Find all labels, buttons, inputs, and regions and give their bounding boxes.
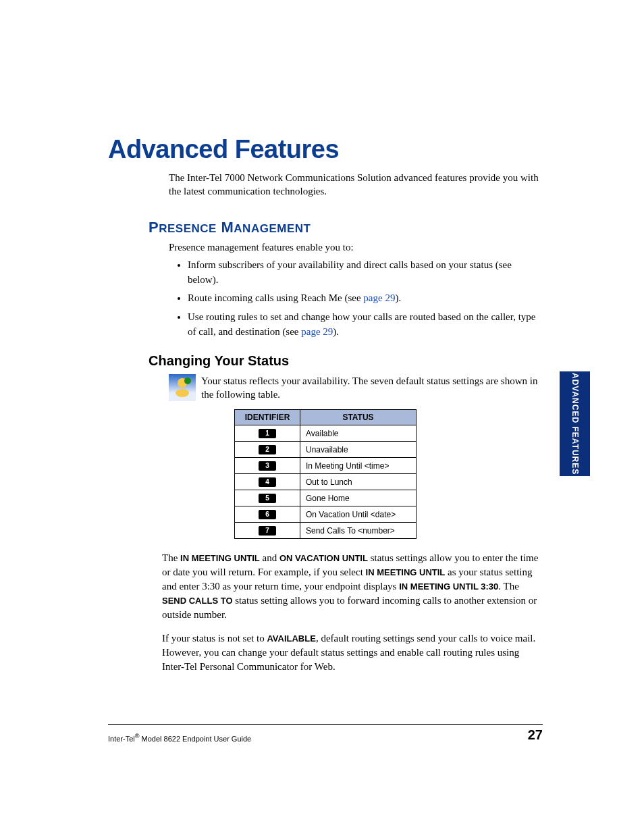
keycap-icon: 7 [259, 526, 276, 536]
subheading-changing-status: Changing Your Status [149, 353, 543, 369]
bullet-3-tail: ). [333, 326, 339, 337]
p1-2: and [260, 552, 279, 563]
bullet-2-text: Route incoming calls using Reach Me (see [188, 292, 363, 303]
link-page-29-a[interactable]: page 29 [363, 292, 395, 303]
keycap-icon: 6 [259, 510, 276, 519]
p1-b1: IN MEETING UNTIL [180, 553, 260, 563]
status-cell: Gone Home [300, 490, 417, 506]
changing-intro: Your status reflects your availability. … [201, 374, 543, 402]
identifier-cell: 3 [235, 458, 300, 474]
identifier-cell: 7 [235, 523, 300, 539]
page-title: Advanced Features [108, 135, 543, 164]
identifier-cell: 4 [235, 474, 300, 490]
identifier-cell: 6 [235, 506, 300, 523]
svg-point-2 [184, 377, 191, 384]
bullet-2: Route incoming calls using Reach Me (see… [188, 291, 543, 306]
bullet-2-tail: ). [395, 292, 401, 303]
side-tab-advanced-features: ADVANCED FEATURES [560, 371, 590, 476]
svg-point-1 [176, 389, 189, 397]
p1-b3: IN MEETING UNTIL [366, 567, 446, 577]
status-cell: Available [300, 425, 417, 442]
section-heading-presence: PRESENCE MANAGEMENT [149, 219, 543, 236]
presence-bullets: Inform subscribers of your availability … [169, 258, 543, 340]
p2-1: If your status is not set to [162, 633, 267, 644]
p1-b2: ON VACATION UNTIL [279, 553, 368, 563]
footer-brand: Inter-Tel [108, 735, 135, 743]
keycap-icon: 3 [259, 461, 276, 471]
identifier-cell: 2 [235, 442, 300, 458]
page-number: 27 [528, 727, 543, 743]
link-page-29-b[interactable]: page 29 [301, 326, 333, 337]
footer-left: Inter-Tel® Model 8622 Endpoint User Guid… [108, 733, 251, 743]
p1-5: . The [498, 581, 519, 592]
status-explain-1: The IN MEETING UNTIL and ON VACATION UNT… [162, 551, 543, 622]
th-status: STATUS [300, 410, 417, 425]
keycap-icon: 5 [259, 494, 276, 503]
p1-b4: IN MEETING UNTIL 3:30 [399, 581, 498, 592]
bullet-3: Use routing rules to set and change how … [188, 310, 543, 340]
intro-paragraph: The Inter-Tel 7000 Network Communication… [169, 171, 543, 199]
presence-intro: Presence management features enable you … [169, 240, 543, 254]
presence-icon [169, 374, 196, 401]
p2-b1: AVAILABLE [267, 633, 315, 644]
keycap-icon: 2 [259, 445, 276, 454]
status-cell: On Vacation Until <date> [300, 506, 417, 523]
page-footer: Inter-Tel® Model 8622 Endpoint User Guid… [108, 724, 543, 743]
th-identifier: IDENTIFIER [235, 410, 300, 425]
table-row: 3In Meeting Until <time> [235, 458, 417, 474]
keycap-icon: 4 [259, 477, 276, 487]
identifier-cell: 1 [235, 425, 300, 442]
status-explain-2: If your status is not set to AVAILABLE, … [162, 631, 543, 674]
table-row: 6On Vacation Until <date> [235, 506, 417, 523]
status-table: IDENTIFIER STATUS 1Available2Unavailable… [234, 409, 417, 539]
status-cell: Unavailable [300, 442, 417, 458]
status-cell: Out to Lunch [300, 474, 417, 490]
bullet-3-text: Use routing rules to set and change how … [188, 311, 535, 337]
table-row: 5Gone Home [235, 490, 417, 506]
status-cell: In Meeting Until <time> [300, 458, 417, 474]
footer-guide: Model 8622 Endpoint User Guide [140, 735, 252, 743]
p1-b5: SEND CALLS TO [162, 596, 233, 606]
p1-1: The [162, 552, 180, 563]
identifier-cell: 5 [235, 490, 300, 506]
table-row: 1Available [235, 425, 417, 442]
bullet-1: Inform subscribers of your availability … [188, 258, 543, 288]
status-cell: Send Calls To <number> [300, 523, 417, 539]
keycap-icon: 1 [259, 429, 276, 438]
footer-reg: ® [135, 733, 140, 739]
table-row: 4Out to Lunch [235, 474, 417, 490]
table-row: 7Send Calls To <number> [235, 523, 417, 539]
table-row: 2Unavailable [235, 442, 417, 458]
